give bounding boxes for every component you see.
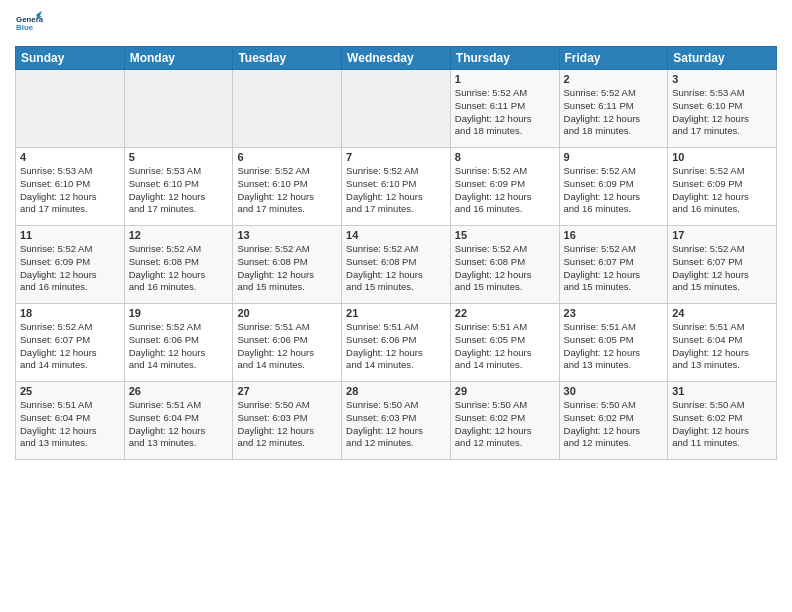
day-info: Sunrise: 5:52 AM Sunset: 6:08 PM Dayligh… <box>346 243 446 294</box>
calendar-cell-w2-d3: 6Sunrise: 5:52 AM Sunset: 6:10 PM Daylig… <box>233 148 342 226</box>
calendar-cell-w5-d4: 28Sunrise: 5:50 AM Sunset: 6:03 PM Dayli… <box>342 382 451 460</box>
day-info: Sunrise: 5:52 AM Sunset: 6:09 PM Dayligh… <box>564 165 664 216</box>
day-info: Sunrise: 5:52 AM Sunset: 6:09 PM Dayligh… <box>672 165 772 216</box>
calendar-cell-w3-d3: 13Sunrise: 5:52 AM Sunset: 6:08 PM Dayli… <box>233 226 342 304</box>
day-number: 9 <box>564 151 664 163</box>
day-info: Sunrise: 5:53 AM Sunset: 6:10 PM Dayligh… <box>20 165 120 216</box>
weekday-header-row: SundayMondayTuesdayWednesdayThursdayFrid… <box>16 47 777 70</box>
day-number: 19 <box>129 307 229 319</box>
day-number: 23 <box>564 307 664 319</box>
logo-icon: General Blue <box>15 10 43 38</box>
day-number: 17 <box>672 229 772 241</box>
day-info: Sunrise: 5:51 AM Sunset: 6:05 PM Dayligh… <box>564 321 664 372</box>
day-info: Sunrise: 5:50 AM Sunset: 6:02 PM Dayligh… <box>455 399 555 450</box>
day-number: 28 <box>346 385 446 397</box>
day-number: 20 <box>237 307 337 319</box>
day-number: 30 <box>564 385 664 397</box>
calendar-cell-w3-d6: 16Sunrise: 5:52 AM Sunset: 6:07 PM Dayli… <box>559 226 668 304</box>
day-number: 26 <box>129 385 229 397</box>
week-row-1: 1Sunrise: 5:52 AM Sunset: 6:11 PM Daylig… <box>16 70 777 148</box>
week-row-3: 11Sunrise: 5:52 AM Sunset: 6:09 PM Dayli… <box>16 226 777 304</box>
calendar-cell-w5-d1: 25Sunrise: 5:51 AM Sunset: 6:04 PM Dayli… <box>16 382 125 460</box>
day-number: 3 <box>672 73 772 85</box>
calendar-cell-w5-d7: 31Sunrise: 5:50 AM Sunset: 6:02 PM Dayli… <box>668 382 777 460</box>
weekday-sunday: Sunday <box>16 47 125 70</box>
day-info: Sunrise: 5:52 AM Sunset: 6:11 PM Dayligh… <box>455 87 555 138</box>
day-info: Sunrise: 5:53 AM Sunset: 6:10 PM Dayligh… <box>129 165 229 216</box>
calendar-cell-w3-d1: 11Sunrise: 5:52 AM Sunset: 6:09 PM Dayli… <box>16 226 125 304</box>
day-number: 27 <box>237 385 337 397</box>
calendar-cell-w5-d2: 26Sunrise: 5:51 AM Sunset: 6:04 PM Dayli… <box>124 382 233 460</box>
calendar-cell-w4-d7: 24Sunrise: 5:51 AM Sunset: 6:04 PM Dayli… <box>668 304 777 382</box>
calendar-cell-w1-d2 <box>124 70 233 148</box>
day-number: 29 <box>455 385 555 397</box>
calendar-cell-w1-d7: 3Sunrise: 5:53 AM Sunset: 6:10 PM Daylig… <box>668 70 777 148</box>
weekday-tuesday: Tuesday <box>233 47 342 70</box>
calendar-cell-w2-d1: 4Sunrise: 5:53 AM Sunset: 6:10 PM Daylig… <box>16 148 125 226</box>
day-info: Sunrise: 5:52 AM Sunset: 6:07 PM Dayligh… <box>564 243 664 294</box>
day-info: Sunrise: 5:52 AM Sunset: 6:07 PM Dayligh… <box>672 243 772 294</box>
day-info: Sunrise: 5:52 AM Sunset: 6:11 PM Dayligh… <box>564 87 664 138</box>
calendar-cell-w2-d2: 5Sunrise: 5:53 AM Sunset: 6:10 PM Daylig… <box>124 148 233 226</box>
page-header: General Blue <box>15 10 777 38</box>
day-info: Sunrise: 5:51 AM Sunset: 6:06 PM Dayligh… <box>237 321 337 372</box>
calendar-cell-w4-d4: 21Sunrise: 5:51 AM Sunset: 6:06 PM Dayli… <box>342 304 451 382</box>
day-info: Sunrise: 5:50 AM Sunset: 6:03 PM Dayligh… <box>346 399 446 450</box>
day-number: 16 <box>564 229 664 241</box>
calendar-cell-w1-d4 <box>342 70 451 148</box>
logo: General Blue <box>15 10 43 38</box>
week-row-2: 4Sunrise: 5:53 AM Sunset: 6:10 PM Daylig… <box>16 148 777 226</box>
calendar-cell-w2-d6: 9Sunrise: 5:52 AM Sunset: 6:09 PM Daylig… <box>559 148 668 226</box>
calendar-cell-w1-d6: 2Sunrise: 5:52 AM Sunset: 6:11 PM Daylig… <box>559 70 668 148</box>
day-number: 4 <box>20 151 120 163</box>
day-info: Sunrise: 5:52 AM Sunset: 6:07 PM Dayligh… <box>20 321 120 372</box>
calendar-cell-w1-d5: 1Sunrise: 5:52 AM Sunset: 6:11 PM Daylig… <box>450 70 559 148</box>
calendar-cell-w2-d4: 7Sunrise: 5:52 AM Sunset: 6:10 PM Daylig… <box>342 148 451 226</box>
day-info: Sunrise: 5:50 AM Sunset: 6:03 PM Dayligh… <box>237 399 337 450</box>
day-info: Sunrise: 5:52 AM Sunset: 6:09 PM Dayligh… <box>455 165 555 216</box>
day-number: 22 <box>455 307 555 319</box>
week-row-5: 25Sunrise: 5:51 AM Sunset: 6:04 PM Dayli… <box>16 382 777 460</box>
day-info: Sunrise: 5:52 AM Sunset: 6:10 PM Dayligh… <box>346 165 446 216</box>
calendar-cell-w3-d4: 14Sunrise: 5:52 AM Sunset: 6:08 PM Dayli… <box>342 226 451 304</box>
calendar-cell-w5-d5: 29Sunrise: 5:50 AM Sunset: 6:02 PM Dayli… <box>450 382 559 460</box>
calendar-cell-w5-d3: 27Sunrise: 5:50 AM Sunset: 6:03 PM Dayli… <box>233 382 342 460</box>
calendar-cell-w5-d6: 30Sunrise: 5:50 AM Sunset: 6:02 PM Dayli… <box>559 382 668 460</box>
day-info: Sunrise: 5:50 AM Sunset: 6:02 PM Dayligh… <box>564 399 664 450</box>
calendar-cell-w4-d2: 19Sunrise: 5:52 AM Sunset: 6:06 PM Dayli… <box>124 304 233 382</box>
day-number: 13 <box>237 229 337 241</box>
weekday-friday: Friday <box>559 47 668 70</box>
day-number: 14 <box>346 229 446 241</box>
day-info: Sunrise: 5:51 AM Sunset: 6:04 PM Dayligh… <box>20 399 120 450</box>
day-number: 6 <box>237 151 337 163</box>
day-info: Sunrise: 5:52 AM Sunset: 6:09 PM Dayligh… <box>20 243 120 294</box>
day-number: 7 <box>346 151 446 163</box>
day-number: 12 <box>129 229 229 241</box>
day-number: 2 <box>564 73 664 85</box>
page-container: General Blue SundayMondayTuesdayWednesda… <box>0 0 792 465</box>
day-number: 21 <box>346 307 446 319</box>
calendar-cell-w3-d5: 15Sunrise: 5:52 AM Sunset: 6:08 PM Dayli… <box>450 226 559 304</box>
day-number: 1 <box>455 73 555 85</box>
weekday-thursday: Thursday <box>450 47 559 70</box>
calendar-cell-w4-d6: 23Sunrise: 5:51 AM Sunset: 6:05 PM Dayli… <box>559 304 668 382</box>
day-info: Sunrise: 5:51 AM Sunset: 6:05 PM Dayligh… <box>455 321 555 372</box>
calendar-cell-w1-d1 <box>16 70 125 148</box>
day-number: 24 <box>672 307 772 319</box>
day-info: Sunrise: 5:52 AM Sunset: 6:08 PM Dayligh… <box>237 243 337 294</box>
day-number: 10 <box>672 151 772 163</box>
svg-text:Blue: Blue <box>16 23 34 32</box>
day-info: Sunrise: 5:52 AM Sunset: 6:08 PM Dayligh… <box>129 243 229 294</box>
calendar-cell-w3-d2: 12Sunrise: 5:52 AM Sunset: 6:08 PM Dayli… <box>124 226 233 304</box>
day-info: Sunrise: 5:52 AM Sunset: 6:06 PM Dayligh… <box>129 321 229 372</box>
weekday-saturday: Saturday <box>668 47 777 70</box>
day-info: Sunrise: 5:52 AM Sunset: 6:08 PM Dayligh… <box>455 243 555 294</box>
calendar-table: SundayMondayTuesdayWednesdayThursdayFrid… <box>15 46 777 460</box>
calendar-cell-w3-d7: 17Sunrise: 5:52 AM Sunset: 6:07 PM Dayli… <box>668 226 777 304</box>
day-number: 5 <box>129 151 229 163</box>
calendar-cell-w4-d3: 20Sunrise: 5:51 AM Sunset: 6:06 PM Dayli… <box>233 304 342 382</box>
day-info: Sunrise: 5:51 AM Sunset: 6:04 PM Dayligh… <box>672 321 772 372</box>
week-row-4: 18Sunrise: 5:52 AM Sunset: 6:07 PM Dayli… <box>16 304 777 382</box>
weekday-monday: Monday <box>124 47 233 70</box>
day-info: Sunrise: 5:53 AM Sunset: 6:10 PM Dayligh… <box>672 87 772 138</box>
